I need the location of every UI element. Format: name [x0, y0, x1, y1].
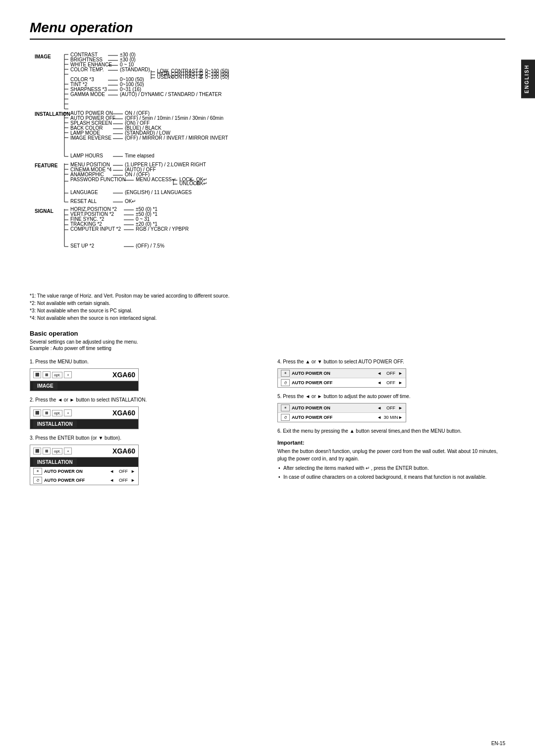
basic-operation-title: Basic operation [30, 330, 505, 337]
important-title: Important: [277, 440, 505, 446]
english-label: ENGLISH [524, 64, 530, 93]
note-1: *1: The value range of Horiz. and Vert. … [30, 292, 505, 300]
step-3: 3. Press the ENTER button (or ▼ button). [30, 434, 258, 442]
xga-icon-home: ⬛ [33, 371, 41, 378]
xga-icon-monitor: ▦ [43, 371, 51, 378]
right-icon-clock-2: ⏱ [281, 414, 290, 421]
xga-box-2: ⬛ ▦ opt. + XGA60 INSTALLATION [30, 406, 139, 429]
xga-icon-plus-3: + [64, 448, 72, 454]
svg-text:0~100 (50): 0~100 (50) [205, 74, 229, 80]
important-item-3: In case of outline characters on a color… [283, 473, 505, 481]
xga-row-icon-sun: ☀ [33, 468, 42, 475]
xga-tab-3: INSTALLATION [30, 457, 138, 467]
svg-text:SET UP *2: SET UP *2 [70, 243, 94, 249]
xga-icons-2: ⬛ ▦ opt. + [33, 409, 72, 416]
step-5: 5. Press the ◄ or ► button to adjust the… [277, 393, 505, 400]
xga-tab-1: IMAGE [30, 381, 138, 391]
note-4: *4: Not available when the source is non… [30, 314, 505, 322]
xga-label-3: XGA60 [112, 447, 135, 455]
svg-text:RGB / YCBCR / YPBPR: RGB / YCBCR / YPBPR [136, 226, 189, 232]
svg-text:OK↵: OK↵ [125, 199, 136, 204]
xga-icon-opt-3: opt. [52, 448, 62, 454]
svg-text:COLOR TEMP.: COLOR TEMP. [70, 67, 104, 72]
svg-text:COMPUTER INPUT *2: COMPUTER INPUT *2 [70, 226, 121, 232]
notes-section: *1: The value range of Horiz. and Vert. … [30, 292, 505, 322]
step-2: 2. Press the ◄ or ► button to select INS… [30, 396, 258, 403]
xga-row-icon-clock: ⏱ [33, 477, 42, 484]
steps-left: 1. Press the MENU button. ⬛ ▦ opt. + XGA… [30, 356, 258, 490]
xga-icon-home-3: ⬛ [33, 448, 41, 454]
svg-text:Time elapsed: Time elapsed [125, 153, 155, 158]
xga-row-auto-power-on: ☀ AUTO POWER ON ◄ OFF ► [30, 467, 138, 476]
svg-text:(ENGLISH) / 11 LANGUAGES: (ENGLISH) / 11 LANGUAGES [125, 190, 192, 195]
svg-text:SIGNAL: SIGNAL [35, 208, 54, 214]
svg-text:(STANDARD): (STANDARD) [120, 67, 150, 72]
xga-icon-plus: + [64, 371, 72, 378]
svg-text:(OFF) / MIRROR / INVERT / MIRR: (OFF) / MIRROR / INVERT / MIRROR INVERT [125, 135, 228, 141]
xga-box-1: ⬛ ▦ opt. + XGA60 IMAGE [30, 368, 139, 391]
step-4: 4. Press the ▲ or ▼ button to select AUT… [277, 358, 505, 365]
basic-operation-desc: Several settings can be adjusted using t… [30, 339, 505, 345]
xga-icon-opt-2: opt. [52, 410, 62, 416]
svg-text:LANGUAGE: LANGUAGE [70, 190, 98, 195]
xga-box-3: ⬛ ▦ opt. + XGA60 INSTALLATION ☀ AUTO POW… [30, 445, 139, 485]
svg-text:FEATURE: FEATURE [35, 163, 58, 168]
right-box-1-row-1: ☀ AUTO POWER ON ◄ OFF ► [278, 369, 406, 378]
right-box-2: ☀ AUTO POWER ON ◄ OFF ► ⏱ AUTO POWER OFF… [277, 403, 406, 422]
note-2: *2: Not available with certain signals. [30, 300, 505, 307]
menu-diagram: IMAGE CONTRAST ±30 (0) BRIGHTNESS ±30 (0… [30, 49, 476, 287]
page-number: EN-15 [491, 741, 505, 746]
note-3: *3: Not available when the source is PC … [30, 307, 505, 314]
xga-icon-opt: opt. [52, 372, 62, 378]
steps-right: 4. Press the ▲ or ▼ button to select AUT… [277, 356, 505, 490]
xga-icon-monitor-3: ▦ [43, 448, 51, 454]
svg-text:INSTALLATION: INSTALLATION [35, 111, 70, 117]
svg-text:MENU ACCESS↵: MENU ACCESS↵ [136, 177, 176, 182]
xga-icons-1: ⬛ ▦ opt. + [33, 371, 72, 378]
svg-text:(AUTO) / DYNAMIC / STANDARD / : (AUTO) / DYNAMIC / STANDARD / THEATER [120, 92, 221, 97]
step-1: 1. Press the MENU button. [30, 358, 258, 365]
svg-text:(OFF) / 7.5%: (OFF) / 7.5% [136, 243, 164, 249]
important-item-2: After selecting the items marked with ↵ … [283, 464, 505, 472]
xga-label-2: XGA60 [112, 409, 135, 417]
right-box-1: ☀ AUTO POWER ON ◄ OFF ► ⏱ AUTO POWER OFF… [277, 368, 406, 388]
basic-operation-example: Example : Auto power off time setting [30, 346, 505, 351]
right-box-2-row-1: ☀ AUTO POWER ON ◄ OFF ► [278, 403, 406, 413]
svg-text:LAMP HOURS: LAMP HOURS [70, 153, 103, 158]
right-icon-sun-1: ☀ [281, 370, 290, 377]
svg-text:IMAGE REVERSE: IMAGE REVERSE [70, 135, 111, 141]
page-title: Menu operation [30, 20, 505, 40]
right-box-1-row-2: ⏱ AUTO POWER OFF ◄ OFF ► [278, 378, 406, 387]
right-icon-sun-2: ☀ [281, 404, 290, 411]
xga-icon-plus-2: + [64, 409, 72, 416]
svg-text:OK↵: OK↵ [196, 181, 207, 186]
svg-text:RESET ALL: RESET ALL [70, 199, 97, 204]
xga-icon-monitor-2: ▦ [43, 409, 51, 416]
right-icon-clock-1: ⏱ [281, 379, 290, 386]
xga-label-1: XGA60 [112, 371, 135, 379]
step-6: 6. Exit the menu by pressing the ▲ butto… [277, 427, 505, 435]
important-item-1: When the button doesn't function, unplug… [277, 448, 505, 462]
xga-row-auto-power-off: ⏱ AUTO POWER OFF ◄ OFF ► [30, 476, 138, 485]
basic-operation-section: Basic operation Several settings can be … [30, 330, 505, 490]
right-box-2-row-2: ⏱ AUTO POWER OFF ◄ 30 MIN ► [278, 413, 406, 422]
xga-icon-home-2: ⬛ [33, 409, 41, 416]
xga-tab-2: INSTALLATION [30, 419, 138, 429]
svg-text:PASSWORD FUNCTION: PASSWORD FUNCTION [70, 177, 126, 182]
xga-icons-3: ⬛ ▦ opt. + [33, 448, 72, 454]
group-image: IMAGE [35, 54, 51, 59]
svg-text:GAMMA MODE: GAMMA MODE [70, 92, 105, 97]
svg-text:CONTRAST B: CONTRAST B [171, 74, 203, 80]
english-tab: ENGLISH [521, 59, 535, 98]
